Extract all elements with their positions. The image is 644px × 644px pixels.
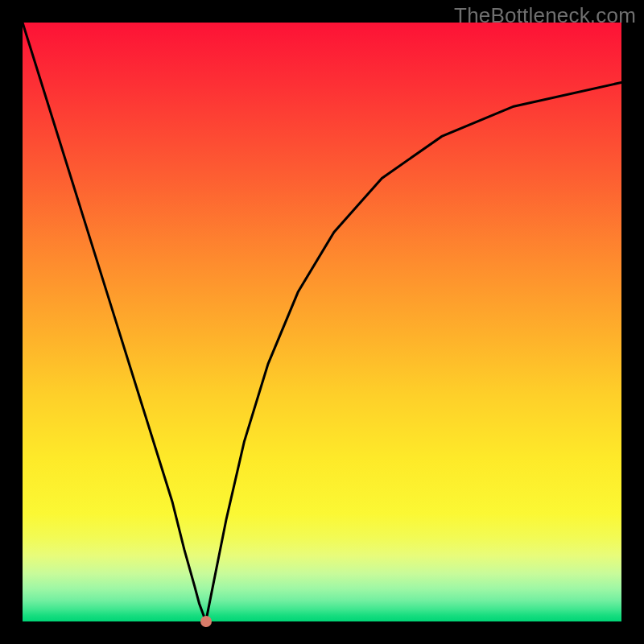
- curve-path: [23, 23, 621, 621]
- minimum-marker: [200, 616, 212, 627]
- bottleneck-curve: [23, 23, 621, 621]
- watermark-text: TheBottleneck.com: [454, 3, 636, 28]
- chart-frame: TheBottleneck.com: [0, 0, 644, 644]
